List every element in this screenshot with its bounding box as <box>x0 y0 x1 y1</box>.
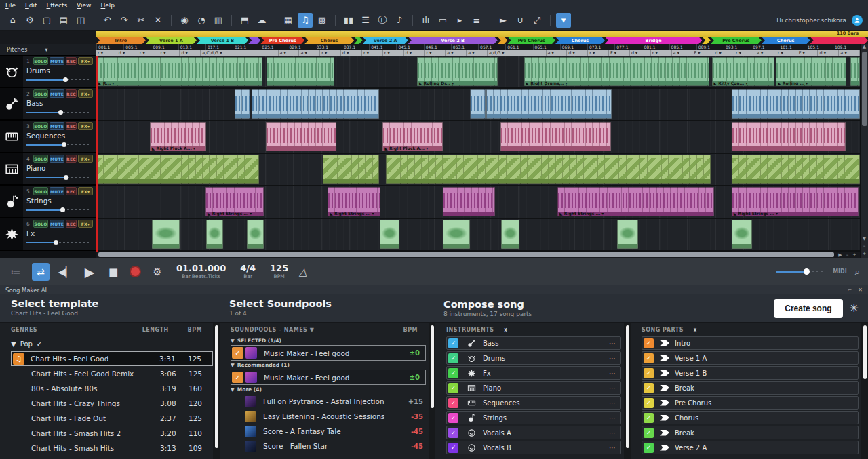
song-part-row-verse-2-a[interactable]: ✓Verse 2 A <box>642 441 859 454</box>
deselect-instruments-wand-icon[interactable]: ⚹ <box>503 325 508 334</box>
mute-button[interactable]: MUTE <box>50 155 64 163</box>
chord-cell[interactable]: F ▾ <box>692 50 713 56</box>
screen-icon[interactable]: ▭ <box>435 13 450 28</box>
vzoom-out-icon[interactable]: – <box>863 243 866 249</box>
audio-clip[interactable] <box>386 155 711 184</box>
audio-clip[interactable]: ◣ Right Pluck A... ▾ <box>382 122 443 151</box>
audio-clip[interactable]: ◣ Right Pluck A... ▾ <box>150 122 206 151</box>
rec-button[interactable]: REC <box>66 220 77 228</box>
soundpool-row[interactable]: ✓Music Maker - Feel good±0 <box>231 370 426 385</box>
vzoom-in-icon[interactable]: + <box>863 251 867 256</box>
instrument-checkbox[interactable]: ✓ <box>448 398 458 408</box>
menu-view[interactable]: View <box>77 2 91 9</box>
lane-fx[interactable] <box>96 219 860 252</box>
row-menu-icon[interactable]: ⋯ <box>609 429 616 437</box>
chord-cell[interactable]: r ▾ <box>776 50 797 56</box>
arranger-options-icon[interactable]: ≔ <box>8 264 23 280</box>
midi-indicator[interactable]: MIDI <box>833 268 847 275</box>
loop-range-bar[interactable]: 110 Bars <box>96 31 868 37</box>
audio-clip[interactable] <box>152 220 180 249</box>
rec-button[interactable]: REC <box>66 187 77 195</box>
undo-icon[interactable]: ↶ <box>100 13 115 28</box>
audio-clip[interactable] <box>500 122 611 151</box>
settings-icon[interactable]: ⚙ <box>22 13 37 28</box>
chord-cell[interactable]: d ▾ <box>818 50 839 56</box>
song-part-marker[interactable] <box>354 37 363 44</box>
instrument-row-fx[interactable]: ✓Fx⋯ <box>446 366 621 380</box>
audio-clip[interactable] <box>850 57 860 86</box>
mute-button[interactable]: MUTE <box>50 122 64 130</box>
song-part-marker-pre-chorus[interactable]: Pre Chorus <box>711 37 762 44</box>
song-part-row-verse-1-a[interactable]: ✓Verse 1 A <box>642 351 859 365</box>
solo-button[interactable]: SOLO <box>33 89 48 98</box>
effects-rack-icon[interactable]: Ⓕ <box>375 13 390 28</box>
position-display[interactable]: 01.01.000 Bar.Beats.Ticks <box>176 264 226 279</box>
templates-icon[interactable]: ▦ <box>281 13 296 28</box>
menu-help[interactable]: Help <box>100 2 115 9</box>
lane-strings[interactable]: ◣ Right Strings ... ▾◣ Right Strings ...… <box>96 186 860 219</box>
template-row[interactable]: Chart Hits - Fade Out2:37125 <box>11 411 213 426</box>
audio-clip[interactable]: ◣ Right Strings ... ▾ <box>732 187 859 216</box>
redo-icon[interactable]: ↷ <box>117 13 132 28</box>
chord-cell[interactable]: r ▾ <box>425 50 446 56</box>
soundpools-scrollbar[interactable] <box>431 325 434 408</box>
audio-clip[interactable] <box>252 89 379 119</box>
rec-button[interactable]: REC <box>66 155 77 163</box>
audio-clip[interactable] <box>267 57 334 86</box>
play-button[interactable]: ▶ <box>82 264 97 280</box>
song-part-marker[interactable] <box>248 37 260 44</box>
row-menu-icon[interactable]: ⋯ <box>609 414 616 422</box>
soundpool-group-header[interactable]: ▼SELECTED (1/4) <box>231 336 429 345</box>
audio-clip[interactable]: ◣ Right Strings ... ▾ <box>205 187 264 216</box>
bpm-column-header[interactable]: BPM <box>188 327 202 333</box>
chord-cell[interactable]: r ▾ <box>320 50 341 56</box>
song-parts-scrollbar[interactable] <box>863 325 867 379</box>
chord-cell[interactable]: r ▾ <box>159 50 180 56</box>
undock-panel-icon[interactable]: ⌐ <box>848 287 852 293</box>
pitches-selector[interactable]: Pitches ▾ <box>0 44 96 56</box>
object-list-icon[interactable]: ≣ <box>469 13 484 28</box>
chord-cell[interactable]: a ▾ <box>446 50 467 56</box>
audio-clip[interactable] <box>732 220 752 249</box>
mouse-mode-icon[interactable]: ► <box>496 13 511 28</box>
song-part-marker[interactable] <box>702 37 711 44</box>
store-icon[interactable]: ⬒ <box>237 13 252 28</box>
audio-clip[interactable] <box>486 89 612 119</box>
chord-cell[interactable]: a,C,d,G ▾ <box>201 50 278 56</box>
menu-file[interactable]: File <box>5 2 16 9</box>
burn-disc-icon[interactable]: ◔ <box>194 13 209 28</box>
template-row[interactable]: ♫Chart Hits - Feel Good3:31125 <box>11 351 213 366</box>
delete-icon[interactable]: ✕ <box>151 13 165 28</box>
template-row[interactable]: 80s - Absolute 80s3:19160 <box>11 381 213 396</box>
vscroll-thumb[interactable] <box>862 52 867 126</box>
loop-button[interactable]: ⇄ <box>32 263 50 281</box>
chord-cell[interactable]: a ▾ <box>755 50 776 56</box>
instrument-checkbox[interactable]: ✓ <box>448 353 458 363</box>
solo-button[interactable]: SOLO <box>33 122 48 130</box>
scroll-down-icon[interactable]: ▼ <box>863 236 866 241</box>
playhead-cursor[interactable] <box>96 56 98 252</box>
track-volume-slider[interactable] <box>26 109 89 115</box>
lane-bass[interactable] <box>96 89 860 121</box>
audio-clip[interactable]: ◣ Right Drums... ▾ <box>524 57 710 86</box>
instrument-row-vocals-a[interactable]: ✓Vocals A⋯ <box>446 426 621 439</box>
metronome-icon[interactable]: △ <box>298 266 309 278</box>
song-part-row-verse-1-b[interactable]: ✓Verse 1 B <box>642 366 859 380</box>
soundpools-names-header[interactable]: SOUNDPOOLS – NAMES ▼ <box>231 327 314 333</box>
track-volume-slider[interactable] <box>26 77 89 83</box>
template-row[interactable]: Chart Hits - Smash Hits3:13109 <box>11 441 213 456</box>
template-row[interactable]: Chart Hits - Feel Good Remix3:06125 <box>11 366 213 381</box>
chord-cell[interactable]: r ▾ <box>138 50 159 56</box>
chord-cell[interactable]: d ▾ <box>341 50 362 56</box>
solo-button[interactable]: SOLO <box>33 57 48 65</box>
song-part-row-break[interactable]: ✓Break <box>642 426 859 439</box>
close-panel-icon[interactable]: ✕ <box>858 287 863 293</box>
open-project-icon[interactable]: ▤ <box>56 13 71 28</box>
instrument-row-drums[interactable]: ✓Drums⋯ <box>446 351 621 365</box>
chord-cell[interactable]: r ▾ <box>383 50 404 56</box>
chord-cell[interactable]: d ▾ <box>180 50 201 56</box>
template-row[interactable]: Chart Hits - Crazy Things3:08120 <box>11 396 213 411</box>
chord-cell[interactable]: d ▾ <box>630 50 651 56</box>
hscroll-thumb[interactable] <box>98 252 834 257</box>
cut-icon[interactable]: ✂ <box>134 13 149 28</box>
